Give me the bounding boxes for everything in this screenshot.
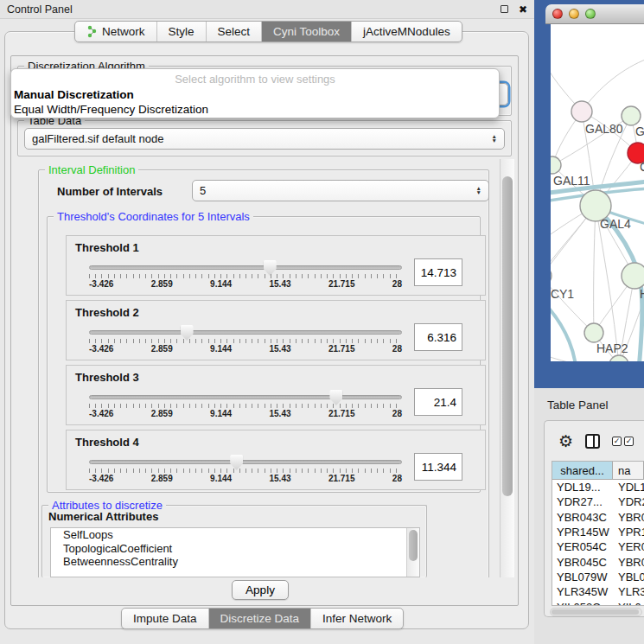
threshold-4-value-field[interactable]	[414, 453, 462, 481]
tab-infer-network-label: Infer Network	[322, 612, 392, 625]
threshold-4-label: Threshold 4	[75, 436, 139, 449]
tab-style-label: Style	[169, 25, 194, 38]
node-label: GAL4	[600, 217, 631, 231]
apply-button[interactable]: Apply	[232, 580, 289, 600]
minimize-traffic-light-icon[interactable]	[569, 9, 579, 19]
threshold-3-ticks	[89, 404, 402, 408]
threshold-3-tick-labels: -3.426 2.859 9.144 15.43 21.715 28	[89, 409, 402, 418]
list-item[interactable]: BetweennessCentrality	[51, 555, 419, 569]
tab-impute-data[interactable]: Impute Data	[122, 609, 209, 628]
table-data-combo-value: galFiltered.sif default node	[32, 132, 492, 145]
algorithm-dropdown-popup: Select algorithm to view settings Manual…	[10, 68, 500, 118]
list-item[interactable]: TopologicalCoefficient	[51, 542, 419, 556]
tab-style[interactable]: Style	[157, 22, 207, 41]
algorithm-option-equal-width[interactable]: Equal Width/Frequency Discretization	[11, 102, 499, 117]
threshold-1-label: Threshold 1	[75, 241, 139, 254]
column-header-name[interactable]: na	[613, 462, 644, 479]
table-row[interactable]: YIL052CYIL0	[552, 599, 644, 606]
table-row[interactable]: YBR045CYBR0	[552, 554, 644, 569]
table-row[interactable]: YLR345WYLR3	[552, 584, 644, 599]
threshold-3-label: Threshold 3	[75, 371, 139, 384]
threshold-4-ticks	[89, 469, 402, 473]
threshold-3-slider[interactable]	[89, 395, 402, 399]
threshold-1-slider[interactable]	[89, 265, 402, 270]
discretize-bottom-tabs: Impute Data Discretize Data Infer Networ…	[121, 608, 404, 629]
network-canvas[interactable]: GAL80 GAL11 GAL4 GCY1 HAP2 GA C H	[551, 24, 644, 361]
close-icon[interactable]: ✖	[519, 4, 527, 15]
threshold-4-module: Threshold 4 -3.426 2.859 9.144 15.43 21.…	[66, 430, 486, 490]
threshold-3-module: Threshold 3 -3.426 2.859 9.144 15.43 21.…	[66, 365, 486, 425]
tab-network[interactable]: Network	[75, 22, 157, 41]
node-label: HAP2	[596, 341, 628, 355]
num-intervals-label: Number of Intervals	[57, 185, 163, 198]
network-graph: GAL80 GAL11 GAL4 GCY1 HAP2 GA C H	[551, 24, 644, 361]
threshold-1-ticks	[89, 274, 402, 278]
checked-checkbox-icon[interactable]: ✓	[612, 437, 622, 446]
column-header-shared-name[interactable]: shared...	[552, 462, 613, 479]
zoom-traffic-light-icon[interactable]	[585, 9, 596, 19]
table-horizontal-scrollbar[interactable]	[550, 608, 642, 616]
float-window-icon[interactable]	[501, 5, 508, 13]
network-nodes[interactable]	[551, 101, 644, 361]
table-row[interactable]: YER054CYER0	[552, 539, 644, 554]
node	[551, 266, 552, 285]
checked-checkbox-icon[interactable]: ✓	[624, 437, 634, 446]
network-icon	[86, 25, 98, 38]
algorithm-option-manual[interactable]: Manual Discretization	[11, 87, 499, 102]
tab-cyni-toolbox[interactable]: Cyni Toolbox	[262, 22, 352, 41]
node-label: GA	[635, 124, 644, 138]
numerical-attributes-label: Numerical Attributes	[48, 510, 158, 523]
threshold-3-value-field[interactable]	[414, 388, 462, 416]
tab-jactivemnodules-label: jActiveMNodules	[363, 25, 450, 38]
num-intervals-combo[interactable]: 5 ▲▼	[192, 180, 489, 201]
attributes-list-scrollbar[interactable]	[406, 528, 419, 577]
tab-network-label: Network	[102, 25, 145, 38]
numerical-attributes-list[interactable]: SelfLoops TopologicalCoefficient Between…	[50, 527, 420, 577]
close-traffic-light-icon[interactable]	[552, 9, 563, 19]
table-row[interactable]: YPR145WYPR1	[552, 525, 644, 539]
node	[622, 263, 644, 289]
node-label: C	[640, 160, 644, 174]
table-row[interactable]: YDR27...YDR2	[552, 494, 644, 509]
tab-jactivemnodules[interactable]: jActiveMNodules	[352, 22, 462, 41]
node-label: GAL80	[585, 122, 623, 136]
table-row[interactable]: YDL19...YDL1	[552, 480, 644, 494]
threshold-1-value-field[interactable]	[414, 258, 462, 286]
threshold-2-value-field[interactable]	[414, 323, 462, 351]
node-attribute-table[interactable]: shared... na YDL19...YDL1 YDR27...YDR2 Y…	[552, 461, 644, 606]
spinner-arrows-icon: ▲▼	[492, 135, 497, 142]
tab-discretize-data-label: Discretize Data	[220, 612, 300, 625]
list-item[interactable]: SelfLoops	[51, 528, 419, 542]
table-data-combo[interactable]: galFiltered.sif default node ▲▼	[24, 128, 505, 150]
tab-impute-data-label: Impute Data	[133, 612, 197, 625]
threshold-2-module: Threshold 2 -3.426 2.859 9.144 15.43 21.…	[66, 300, 486, 360]
node	[571, 101, 592, 122]
threshold-4-tick-labels: -3.426 2.859 9.144 15.43 21.715 28	[89, 474, 402, 483]
threshold-1-tick-labels: -3.426 2.859 9.144 15.43 21.715 28	[89, 279, 402, 289]
thresholds-group-title: Threshold's Coordinates for 5 Intervals	[54, 210, 253, 223]
table-row[interactable]: YBL079WYBL0	[552, 570, 644, 584]
spinner-arrows-icon: ▲▼	[476, 187, 481, 194]
node-label: H	[640, 287, 644, 301]
threshold-2-label: Threshold 2	[75, 306, 139, 319]
tab-discretize-data[interactable]: Discretize Data	[209, 609, 312, 628]
table-row[interactable]: YBR043CYBR0	[552, 510, 644, 525]
settings-vertical-scrollbar[interactable]	[500, 159, 514, 577]
tab-select-label: Select	[218, 25, 251, 38]
threshold-4-slider[interactable]	[89, 460, 402, 464]
threshold-2-slider[interactable]	[89, 330, 402, 335]
table-panel: ⚙ ✓ ✓ shared... na YDL19...YDL1 YDR27...…	[544, 420, 644, 617]
control-panel-titlebar: Control Panel ✖	[0, 0, 534, 19]
tab-infer-network[interactable]: Infer Network	[311, 609, 403, 628]
tab-select[interactable]: Select	[207, 22, 263, 41]
node	[551, 156, 561, 174]
node	[584, 323, 603, 342]
threshold-1-module: Threshold 1 -3.426 2.859 9.144 15.43 21.…	[66, 235, 486, 296]
split-columns-icon[interactable]	[585, 434, 600, 449]
algorithm-popup-prompt: Select algorithm to view settings	[11, 71, 499, 87]
threshold-2-ticks	[89, 339, 402, 343]
network-window-titlebar[interactable]	[545, 4, 644, 24]
settings-scroll-viewport: Interval Definition Number of Intervals …	[12, 159, 517, 577]
gear-icon[interactable]: ⚙	[558, 433, 573, 450]
control-panel-title: Control Panel	[7, 3, 73, 16]
